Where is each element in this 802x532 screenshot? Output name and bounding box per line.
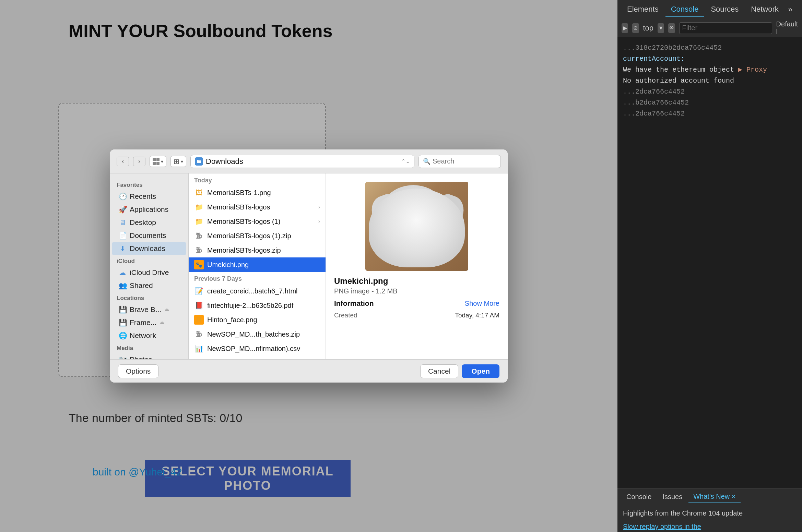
zip-icon: 🗜 [194, 329, 204, 339]
location-chevrons-icon: ⌃⌄ [401, 158, 410, 165]
devtools-toolbar: ▶ ⊘ top ▼ 👁 Default l [617, 19, 802, 37]
zip-icon: 🗜 [194, 245, 204, 255]
arrange-icon: ⊞ [174, 157, 179, 166]
sidebar-item-applications[interactable]: 🚀 Applications [112, 203, 186, 216]
icloud-drive-icon: ☁ [119, 268, 126, 277]
show-more-link[interactable]: Show More [465, 300, 499, 307]
view-icon-grid [153, 158, 160, 165]
cancel-button[interactable]: Cancel [420, 364, 458, 378]
desktop-icon: 🖥 [119, 219, 126, 227]
sidebar-item-shared[interactable]: 👥 Shared [112, 279, 186, 292]
applications-icon: 🚀 [119, 205, 126, 214]
preview-image-container [334, 182, 499, 271]
file-dialog: ‹ › ▾ ⊞ ▾ [110, 149, 508, 383]
today-header: Today [189, 173, 326, 185]
folder-icon: 📁 [194, 202, 204, 212]
search-input[interactable] [433, 157, 487, 165]
tab-console[interactable]: Console [665, 2, 704, 17]
devtools-highlight-text: Highlights from the Chrome 104 update [617, 505, 802, 521]
sidebar-item-documents[interactable]: 📄 Documents [112, 229, 186, 242]
arrange-dropdown-arrow: ▾ [181, 159, 183, 164]
file-item-logos1-zip[interactable]: 🗜 MemorialSBTs-logos (1).zip [189, 229, 326, 243]
footer-right-buttons: Cancel Open [420, 364, 499, 378]
file-name: Hinton_face.png [207, 316, 320, 324]
sidebar-item-desktop[interactable]: 🖥 Desktop [112, 216, 186, 229]
bottom-tab-console[interactable]: Console [622, 491, 656, 503]
sidebar-item-frame[interactable]: 💾 Frame... ⏏ [112, 316, 186, 329]
frame-eject-icon[interactable]: ⏏ [160, 320, 164, 325]
png-icon: 🐾 [194, 260, 204, 269]
nav-forward-button[interactable]: › [133, 157, 145, 166]
locations-header: Locations [110, 292, 188, 303]
file-item-memorialsbt-logos1[interactable]: 📁 MemorialSBTs-logos (1) › [189, 214, 326, 229]
preview-filename: Umekichi.png [334, 276, 499, 286]
file-item-newsop-zip[interactable]: 🗜 NewSOP_MD...th_batches.zip [189, 327, 326, 341]
documents-icon: 📄 [119, 231, 126, 240]
dog-body [369, 189, 465, 267]
file-item-coreid[interactable]: 📝 create_coreid...batch6_7.html [189, 284, 326, 298]
console-line-2: We have the ethereum object ▶ Proxy [623, 64, 797, 75]
devtools-eye-icon[interactable]: 👁 [668, 23, 675, 33]
recents-icon: 🕐 [119, 192, 126, 201]
sidebar-applications-label: Applications [130, 205, 168, 214]
file-name: MemorialSBTs-logos (1).zip [207, 232, 320, 240]
preview-image [365, 182, 468, 271]
arrange-button[interactable]: ⊞ ▾ [170, 156, 186, 167]
sidebar-item-photos[interactable]: 📷 Photos [112, 353, 186, 359]
devtools-more-icon[interactable]: » [786, 4, 795, 15]
tab-sources[interactable]: Sources [705, 2, 744, 17]
file-item-umekichi[interactable]: 🐾 Umekichi.png [189, 257, 326, 272]
console-line-1: currentAccount: [623, 53, 797, 64]
sidebar-brave-label: Brave B... [130, 305, 161, 314]
location-selector[interactable]: Downloads ⌃⌄ [190, 155, 414, 168]
file-item-newsop-csv[interactable]: 📊 NewSOP_MD...nfirmation).csv [189, 341, 326, 356]
devtools-highlight-link[interactable]: Slow replay options in the [617, 521, 802, 532]
file-item-hinton[interactable]: 🖼 Hinton_face.png [189, 313, 326, 327]
open-button[interactable]: Open [462, 364, 499, 378]
tab-network[interactable]: Network [745, 2, 784, 17]
dialog-overlay: ‹ › ▾ ⊞ ▾ [0, 0, 617, 532]
sidebar-frame-label: Frame... [130, 318, 156, 327]
icloud-header: iCloud [110, 255, 188, 266]
devtools-run-icon[interactable]: ▶ [622, 23, 628, 33]
sidebar-item-icloud-drive[interactable]: ☁ iCloud Drive [112, 266, 186, 279]
sidebar-icloud-drive-label: iCloud Drive [130, 268, 169, 277]
created-label: Created [334, 312, 357, 319]
bottom-tab-issues[interactable]: Issues [658, 491, 687, 503]
sidebar-item-network[interactable]: 🌐 Network [112, 329, 186, 342]
devtools-bottom-tabs-bar: Console Issues What's New × [617, 489, 802, 505]
eject-icon[interactable]: ⏏ [165, 307, 169, 312]
options-button[interactable]: Options [118, 364, 158, 378]
devtools-stop-icon[interactable]: ⊘ [632, 23, 639, 33]
console-line-hash1: ...318c2720b2dca766c4452 [623, 43, 797, 53]
devtools-filter-input[interactable] [679, 22, 772, 34]
sidebar-item-brave[interactable]: 💾 Brave B... ⏏ [112, 303, 186, 316]
sidebar-item-downloads[interactable]: ⬇ Downloads [112, 242, 186, 255]
frame-icon: 💾 [119, 318, 126, 327]
search-icon: 🔍 [423, 158, 431, 165]
file-list-area: Today 🖼 MemorialSBTs-1.png 📁 MemorialSBT… [189, 173, 326, 359]
view-mode-button[interactable]: ▾ [150, 156, 166, 167]
html-icon: 📝 [194, 286, 204, 296]
file-name: MemorialSBTs-logos.zip [207, 246, 320, 254]
media-header: Media [110, 342, 188, 353]
shared-icon: 👥 [119, 281, 126, 290]
file-item-logos-zip[interactable]: 🗜 MemorialSBTs-logos.zip [189, 243, 326, 257]
file-item-memorialsbt1[interactable]: 🖼 MemorialSBTs-1.png [189, 185, 326, 200]
console-line-3: No authorized account found [623, 75, 797, 86]
devtools-dropdown-icon[interactable]: ▼ [658, 23, 664, 33]
file-item-memorialsbt-logos[interactable]: 📁 MemorialSBTs-logos › [189, 200, 326, 214]
sidebar-item-recents[interactable]: 🕐 Recents [112, 190, 186, 203]
tab-elements[interactable]: Elements [622, 2, 664, 17]
folder-icon: 📁 [194, 217, 204, 226]
dialog-body: Favorites 🕐 Recents 🚀 Applications 🖥 Des… [110, 173, 508, 359]
file-item-fintechfujie[interactable]: 📕 fintechfujie-2...b63c5b26.pdf [189, 298, 326, 313]
preview-info-header: Information Show More [334, 299, 499, 307]
console-line-hash3: ...b2dca766c4452 [623, 97, 797, 108]
pdf-icon: 📕 [194, 301, 204, 310]
bottom-tab-whats-new[interactable]: What's New × [688, 491, 740, 503]
devtools-default-label: Default l [776, 20, 798, 36]
file-name: MemorialSBTs-logos (1) [207, 218, 315, 226]
sidebar-desktop-label: Desktop [130, 218, 156, 227]
nav-back-button[interactable]: ‹ [117, 157, 129, 166]
